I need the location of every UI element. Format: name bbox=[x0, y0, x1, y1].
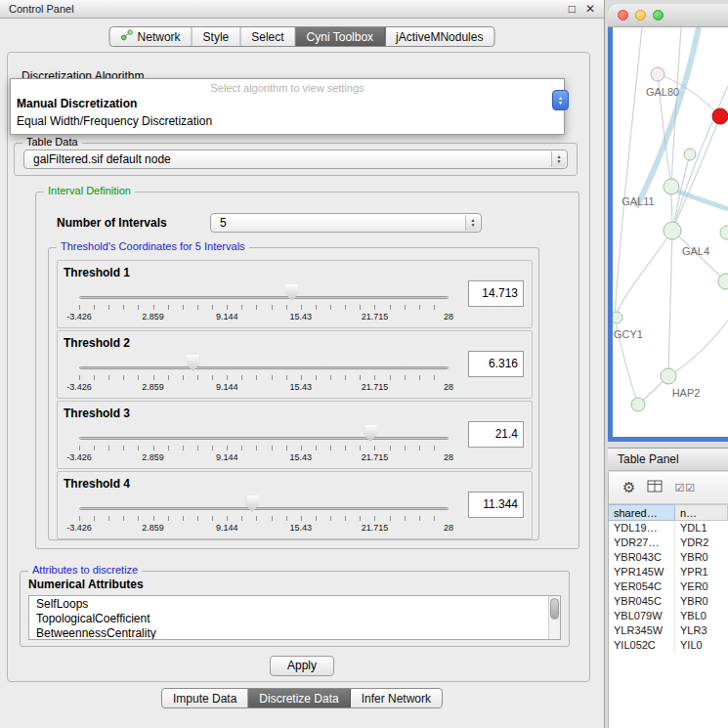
threshold-box-2: Threshold 2 -3.4262.8599.14415.4321.7152… bbox=[57, 330, 533, 399]
minimize-traffic-light-icon[interactable] bbox=[635, 10, 646, 21]
scale-label: 28 bbox=[444, 312, 453, 321]
slider-ticks bbox=[79, 375, 449, 380]
numerical-attributes-label: Numerical Attributes bbox=[28, 578, 144, 591]
threshold-value-field[interactable]: 11.344 bbox=[468, 492, 524, 518]
table-cell[interactable]: YBR045C bbox=[609, 594, 675, 609]
node-label: GCY1 bbox=[614, 328, 643, 340]
slider-track[interactable] bbox=[79, 366, 449, 369]
network-node[interactable] bbox=[664, 179, 679, 194]
network-node[interactable] bbox=[712, 108, 728, 124]
close-icon[interactable]: ✕ bbox=[585, 3, 595, 15]
list-scrollbar[interactable] bbox=[548, 596, 560, 639]
table-data-select[interactable]: galFiltered.sif default node ▲▼ bbox=[23, 150, 568, 169]
columns-icon[interactable] bbox=[647, 479, 663, 496]
network-canvas[interactable]: GAL80GAL11GAL4GCY1HAP2 bbox=[613, 27, 728, 437]
table-cell[interactable]: YIL052C bbox=[609, 638, 675, 653]
dropdown-option-equal-width[interactable]: Equal Width/Frequency Discretization bbox=[11, 112, 564, 130]
threshold-value-field[interactable]: 6.316 bbox=[468, 351, 524, 377]
attribute-list-item[interactable]: SelfLoops bbox=[29, 596, 560, 611]
numerical-attributes-list[interactable]: SelfLoopsTopologicalCoefficientBetweenne… bbox=[28, 595, 561, 640]
table-row[interactable]: YPR145WYPR1 bbox=[609, 565, 728, 579]
table-cell[interactable]: YIL0 bbox=[675, 638, 728, 653]
tab-network[interactable]: Network bbox=[110, 27, 193, 46]
tab-select[interactable]: Select bbox=[240, 27, 295, 46]
table-cell[interactable]: YBR0 bbox=[675, 594, 728, 609]
table-row[interactable]: YDL19…YDL1 bbox=[609, 521, 728, 535]
attribute-list-item[interactable]: BetweennessCentrality bbox=[29, 625, 560, 640]
threshold-slider-3[interactable]: -3.4262.8599.14415.4321.71528 bbox=[79, 425, 449, 464]
slider-ticks bbox=[79, 305, 449, 310]
network-window-titlebar[interactable] bbox=[608, 4, 728, 27]
stepper-icon[interactable]: ▲▼ bbox=[551, 151, 566, 167]
slider-track[interactable] bbox=[79, 507, 449, 510]
network-node[interactable] bbox=[631, 398, 645, 411]
network-node[interactable] bbox=[661, 368, 676, 384]
apply-button[interactable]: Apply bbox=[270, 656, 334, 676]
dropdown-option-manual[interactable]: Manual Discretization bbox=[11, 95, 564, 112]
table-row[interactable]: YER054CYER0 bbox=[609, 579, 728, 594]
table-row[interactable]: YBR043CYBR0 bbox=[609, 550, 728, 565]
gear-icon[interactable]: ⚙ bbox=[622, 479, 635, 496]
number-of-intervals-select[interactable]: 5 ▲▼ bbox=[210, 213, 482, 233]
threshold-value-field[interactable]: 14.713 bbox=[468, 280, 524, 307]
slider-track[interactable] bbox=[79, 296, 449, 299]
column-header-shared-name[interactable]: shared… bbox=[609, 504, 675, 521]
table-cell[interactable]: YLR345W bbox=[609, 623, 675, 638]
zoom-traffic-light-icon[interactable] bbox=[653, 10, 664, 21]
slider-track[interactable] bbox=[79, 437, 449, 440]
node-label: GAL4 bbox=[682, 245, 709, 257]
network-node[interactable] bbox=[613, 312, 622, 323]
tab-jactivemnodules[interactable]: jActiveMNodules bbox=[385, 27, 493, 46]
table-cell[interactable]: YBL079W bbox=[609, 609, 675, 623]
table-cell[interactable]: YER0 bbox=[675, 579, 728, 594]
tab-discretize-data[interactable]: Discretize Data bbox=[248, 689, 350, 707]
table-row[interactable]: YIL052CYIL0 bbox=[609, 638, 728, 653]
table-cell[interactable]: YDL19… bbox=[609, 521, 675, 535]
table-row[interactable]: YBL079WYBL0 bbox=[609, 609, 728, 623]
control-panel-titlebar[interactable]: Control Panel □ ✕ bbox=[0, 0, 604, 19]
node-label: GAL80 bbox=[646, 86, 679, 98]
threshold-value-field[interactable]: 21.4 bbox=[468, 421, 524, 448]
table-row[interactable]: YDR27…YDR2 bbox=[609, 535, 728, 550]
column-header-name[interactable]: n… bbox=[675, 504, 728, 521]
scrollbar-thumb[interactable] bbox=[550, 598, 559, 620]
threshold-slider-1[interactable]: -3.4262.8599.14415.4321.71528 bbox=[79, 284, 449, 323]
tab-cyni-toolbox[interactable]: Cyni Toolbox bbox=[296, 27, 385, 46]
tab-style[interactable]: Style bbox=[193, 27, 241, 46]
network-node[interactable] bbox=[720, 226, 728, 239]
table-cell[interactable]: YBR0 bbox=[675, 550, 728, 565]
network-node[interactable] bbox=[684, 149, 696, 160]
network-icon bbox=[121, 29, 134, 44]
table-cell[interactable]: YBR043C bbox=[609, 550, 675, 565]
scale-label: 21.715 bbox=[362, 312, 389, 321]
scale-label: 9.144 bbox=[216, 523, 238, 533]
table-row[interactable]: YLR345WYLR3 bbox=[609, 623, 728, 638]
table-row[interactable]: YBR045CYBR0 bbox=[609, 594, 728, 609]
table-cell[interactable]: YDL1 bbox=[675, 521, 728, 535]
tab-infer-network[interactable]: Infer Network bbox=[351, 689, 442, 707]
attributes-to-discretize-group: Attributes to discretize Numerical Attri… bbox=[20, 571, 570, 647]
table-toolbar: ⚙ ☑☑ bbox=[609, 472, 728, 504]
threshold-slider-4[interactable]: -3.4262.8599.14415.4321.71528 bbox=[79, 495, 449, 535]
select-all-columns-icon[interactable]: ☑☑ bbox=[674, 482, 696, 494]
network-node[interactable] bbox=[664, 222, 681, 239]
scale-label: 28 bbox=[444, 452, 453, 462]
tab-impute-data[interactable]: Impute Data bbox=[162, 689, 248, 707]
algorithm-select-stepper[interactable]: ▲▼ bbox=[552, 90, 569, 110]
stepper-icon[interactable]: ▲▼ bbox=[465, 215, 480, 231]
slider-scale: -3.4262.8599.14415.4321.71528 bbox=[79, 312, 449, 322]
table-cell[interactable]: YER054C bbox=[609, 579, 675, 594]
table-cell[interactable]: YPR145W bbox=[609, 565, 675, 579]
float-window-icon[interactable]: □ bbox=[569, 3, 576, 15]
attribute-list-item[interactable]: TopologicalCoefficient bbox=[29, 611, 560, 625]
table-cell[interactable]: YLR3 bbox=[675, 623, 728, 638]
scale-label: 2.859 bbox=[142, 452, 164, 462]
scale-label: 15.43 bbox=[290, 382, 313, 392]
table-cell[interactable]: YDR2 bbox=[675, 535, 728, 550]
network-node[interactable] bbox=[651, 67, 664, 81]
table-cell[interactable]: YBL0 bbox=[675, 609, 728, 623]
table-cell[interactable]: YDR27… bbox=[609, 535, 675, 550]
close-traffic-light-icon[interactable] bbox=[618, 10, 628, 21]
table-cell[interactable]: YPR1 bbox=[675, 565, 728, 579]
threshold-slider-2[interactable]: -3.4262.8599.14415.4321.71528 bbox=[79, 355, 449, 394]
